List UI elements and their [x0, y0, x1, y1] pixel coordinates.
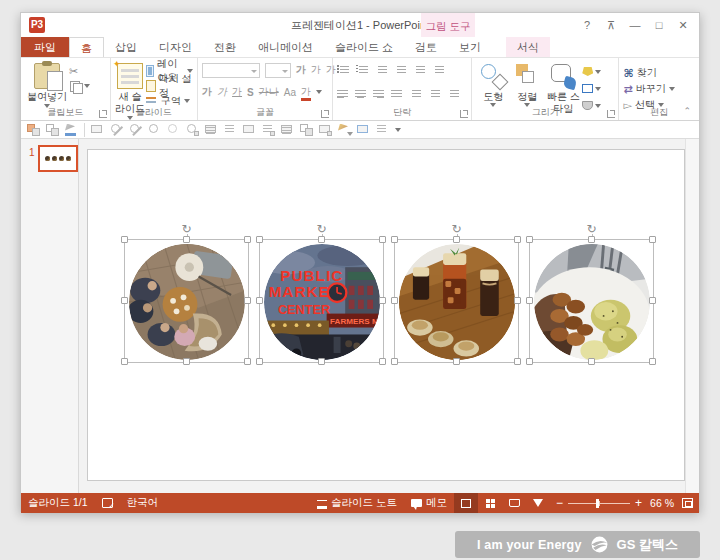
replace-button[interactable]: ⇄바꾸기 [623, 83, 674, 95]
drawing-dialog-launcher[interactable] [607, 110, 615, 118]
selection-handle[interactable] [183, 358, 190, 365]
selection-handle[interactable] [318, 236, 325, 243]
selection-handle[interactable] [256, 297, 263, 304]
strikethrough-button[interactable]: 가나 [259, 85, 279, 99]
minimize-button[interactable]: — [623, 15, 647, 35]
cut-button[interactable]: ✂ [69, 65, 90, 77]
clipboard-dialog-launcher[interactable] [99, 110, 107, 118]
selection-handle[interactable] [514, 236, 521, 243]
text-shadow-button[interactable]: S [247, 87, 254, 98]
shrink-font-button[interactable]: 가 [311, 63, 321, 77]
rotate-left-icon[interactable] [110, 124, 123, 136]
vertical-scrollbar[interactable] [685, 139, 699, 493]
ribbon-display-options-button[interactable]: ⊼ [599, 15, 623, 35]
tab-picture-format[interactable]: 서식 [506, 37, 550, 57]
decrease-indent-button[interactable] [375, 65, 387, 75]
reading-view-button[interactable] [502, 493, 526, 513]
slide-thumbnail[interactable] [38, 145, 78, 172]
selection-handle[interactable] [514, 297, 521, 304]
zoom-slider-thumb[interactable] [596, 499, 599, 508]
slide-editor[interactable]: ↻ [79, 139, 699, 493]
font-name-combo[interactable] [202, 63, 260, 78]
normal-view-button[interactable] [454, 493, 478, 513]
maximize-button[interactable]: □ [647, 15, 671, 35]
rotate-handle[interactable]: ↻ [586, 223, 598, 235]
selection-handle[interactable] [244, 236, 251, 243]
send-backward-icon[interactable] [46, 124, 59, 136]
tab-home[interactable]: 홈 [69, 37, 104, 57]
selection-handle[interactable] [121, 236, 128, 243]
selection-handle[interactable] [183, 236, 190, 243]
slide-indicator[interactable]: 슬라이드 1/1 [21, 493, 95, 513]
picture-selection-4[interactable]: ↻ [529, 239, 654, 363]
selection-handle[interactable] [649, 297, 656, 304]
font-size-combo[interactable] [265, 63, 291, 78]
zoom-out-button[interactable]: − [556, 498, 563, 508]
rotate-object-icon[interactable] [243, 124, 256, 136]
distribute-horizontal-icon[interactable] [224, 124, 237, 136]
picture-selection-1[interactable]: ↻ [124, 239, 249, 363]
selection-handle[interactable] [649, 236, 656, 243]
tab-view[interactable]: 보기 [448, 37, 492, 57]
align-text-button[interactable] [428, 89, 440, 99]
rotate-right-icon[interactable] [129, 124, 142, 136]
selection-handle[interactable] [121, 358, 128, 365]
picture-eggs-benedict[interactable] [534, 244, 650, 360]
numbering-button[interactable] [356, 65, 368, 75]
tab-insert[interactable]: 삽입 [104, 37, 148, 57]
rotate-handle[interactable]: ↻ [451, 223, 463, 235]
selection-handle[interactable] [256, 236, 263, 243]
group-objects-icon[interactable] [186, 124, 199, 136]
align-left-button[interactable] [337, 89, 348, 99]
notes-toggle[interactable]: 슬라이드 노트 [310, 493, 404, 513]
selection-handle[interactable] [588, 358, 595, 365]
rotate-handle[interactable]: ↻ [181, 223, 193, 235]
selection-handle[interactable] [379, 297, 386, 304]
smartart-convert-button[interactable] [447, 89, 459, 99]
text-direction-button[interactable] [432, 65, 444, 75]
align-objects-icon[interactable] [205, 124, 218, 136]
zoom-in-button[interactable]: + [635, 498, 642, 508]
pen-color-icon[interactable] [65, 124, 78, 136]
shape-fill-button[interactable] [582, 65, 601, 78]
arrange-button[interactable]: 정렬 [510, 61, 544, 107]
picture-selection-2[interactable]: PUBLIC MARKET CENTER FARMERS MA [259, 239, 384, 363]
columns-button[interactable] [409, 89, 421, 99]
selection-handle[interactable] [121, 297, 128, 304]
tab-design[interactable]: 디자인 [148, 37, 203, 57]
find-button[interactable]: ⌘찾기 [623, 67, 674, 79]
selection-handle[interactable] [526, 297, 533, 304]
close-button[interactable]: ✕ [671, 15, 695, 35]
shape-outline-button[interactable] [582, 82, 601, 95]
selection-handle[interactable] [526, 358, 533, 365]
arc-tool-icon[interactable] [167, 124, 180, 136]
picture-selection-3[interactable]: ↻ [394, 239, 519, 363]
crop-icon[interactable] [319, 124, 332, 136]
grow-font-button[interactable]: 가 [296, 63, 306, 77]
comments-toggle[interactable]: 메모 [404, 493, 454, 513]
spacing-icon[interactable] [376, 124, 389, 136]
snap-grid-icon[interactable] [281, 124, 294, 136]
picture-public-market[interactable]: PUBLIC MARKET CENTER FARMERS MA [264, 244, 380, 360]
flip-icon[interactable] [300, 124, 313, 136]
tab-animations[interactable]: 애니메이션 [247, 37, 324, 57]
increase-indent-button[interactable] [394, 65, 406, 75]
tab-transitions[interactable]: 전환 [203, 37, 247, 57]
selection-handle[interactable] [514, 358, 521, 365]
selection-handle[interactable] [379, 236, 386, 243]
font-color-button[interactable]: 가 [301, 85, 311, 99]
selection-handle[interactable] [588, 236, 595, 243]
rotate-handle[interactable]: ↻ [316, 223, 328, 235]
selection-handle[interactable] [256, 358, 263, 365]
bold-button[interactable]: 가 [202, 85, 212, 99]
selection-handle[interactable] [453, 358, 460, 365]
picture-placeholder-icon[interactable] [91, 124, 104, 136]
selection-handle[interactable] [244, 297, 251, 304]
tab-slideshow[interactable]: 슬라이드 쇼 [324, 37, 404, 57]
selection-handle[interactable] [453, 236, 460, 243]
paragraph-dialog-launcher[interactable] [460, 110, 468, 118]
selection-handle[interactable] [391, 236, 398, 243]
color-fill-icon[interactable] [338, 124, 351, 136]
bring-forward-icon[interactable] [27, 124, 40, 136]
align-right-button[interactable] [373, 89, 384, 99]
